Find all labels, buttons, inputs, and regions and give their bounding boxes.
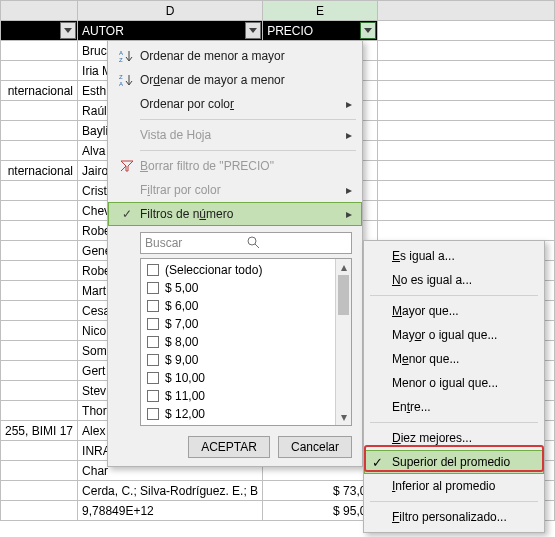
list-item[interactable]: $ 6,00: [141, 297, 351, 315]
cancel-button[interactable]: Cancelar: [278, 436, 352, 458]
cell[interactable]: [1, 461, 78, 481]
search-icon: [246, 235, 347, 252]
checkbox[interactable]: [147, 282, 159, 294]
cell[interactable]: [378, 121, 555, 141]
cell[interactable]: [1, 341, 78, 361]
scrollbar[interactable]: ▴ ▾: [335, 259, 351, 425]
cell[interactable]: [378, 81, 555, 101]
scroll-up-icon[interactable]: ▴: [336, 259, 351, 275]
filter-dropdown-autor[interactable]: [245, 22, 261, 39]
list-item-label: $ 5,00: [165, 281, 198, 295]
cell[interactable]: nternacional: [1, 81, 78, 101]
cell[interactable]: [1, 201, 78, 221]
list-item[interactable]: $ 5,00: [141, 279, 351, 297]
col-letter-e[interactable]: E: [263, 1, 378, 21]
scroll-thumb[interactable]: [338, 275, 349, 315]
svg-line-6: [255, 244, 259, 248]
filter-equals[interactable]: Es igual a...: [364, 244, 544, 268]
cell[interactable]: [1, 221, 78, 241]
filter-menu: AZ Ordenar de menor a mayor ZA Ordenar d…: [107, 40, 363, 467]
filter-between[interactable]: Entre...: [364, 395, 544, 419]
checkbox[interactable]: [147, 318, 159, 330]
check-icon: ✓: [114, 207, 140, 221]
cell[interactable]: 255, BIMI 17: [1, 421, 78, 441]
cell[interactable]: [1, 181, 78, 201]
cell[interactable]: [378, 221, 555, 241]
cell[interactable]: [1, 381, 78, 401]
list-item[interactable]: $ 10,00: [141, 369, 351, 387]
svg-text:A: A: [119, 81, 123, 87]
cell[interactable]: [1, 481, 78, 501]
cell[interactable]: 9,78849E+12: [78, 501, 263, 521]
cell[interactable]: [1, 241, 78, 261]
list-item[interactable]: $ 9,00: [141, 351, 351, 369]
list-item-label: $ 9,00: [165, 353, 198, 367]
header-precio: PRECIO: [267, 24, 313, 38]
cell[interactable]: [1, 141, 78, 161]
list-item[interactable]: (Seleccionar todo): [141, 261, 351, 279]
svg-line-4: [121, 166, 126, 171]
checkbox[interactable]: [147, 354, 159, 366]
number-filters[interactable]: ✓ Filtros de número ▸: [108, 202, 362, 226]
filter-greater-eq[interactable]: Mayor o igual que...: [364, 323, 544, 347]
cell[interactable]: [1, 101, 78, 121]
cell[interactable]: [378, 181, 555, 201]
accept-button[interactable]: ACEPTAR: [188, 436, 270, 458]
filter-dropdown-c[interactable]: [60, 22, 76, 39]
cell[interactable]: [378, 141, 555, 161]
filter-values-list[interactable]: (Seleccionar todo)$ 5,00$ 6,00$ 7,00$ 8,…: [140, 258, 352, 426]
filter-above-avg[interactable]: ✓ Superior del promedio: [364, 450, 544, 474]
cell[interactable]: [1, 361, 78, 381]
sheet-view: Vista de Hoja ▸: [108, 123, 362, 147]
list-item[interactable]: $ 7,00: [141, 315, 351, 333]
col-letter-c[interactable]: [1, 1, 78, 21]
filter-custom[interactable]: Filtro personalizado...: [364, 505, 544, 529]
cell[interactable]: [1, 261, 78, 281]
cell[interactable]: [1, 501, 78, 521]
search-input[interactable]: Buscar: [140, 232, 352, 254]
cell[interactable]: $ 73,00: [263, 481, 378, 501]
cell[interactable]: [378, 61, 555, 81]
col-letter-d[interactable]: D: [78, 1, 263, 21]
sort-desc-icon: ZA: [114, 73, 140, 87]
checkbox[interactable]: [147, 264, 159, 276]
filter-less[interactable]: Menor que...: [364, 347, 544, 371]
cell[interactable]: [378, 161, 555, 181]
col-letter-blank[interactable]: [378, 1, 555, 21]
sort-desc[interactable]: ZA Ordenar de mayor a menor: [108, 68, 362, 92]
cell[interactable]: [1, 41, 78, 61]
filter-below-avg[interactable]: Inferior al promedio: [364, 474, 544, 498]
cell[interactable]: $ 95,00: [263, 501, 378, 521]
filter-greater[interactable]: Mayor que...: [364, 299, 544, 323]
cell[interactable]: Cerda, C.; Silva-Rodríguez. E.; B: [78, 481, 263, 501]
cell[interactable]: nternacional: [1, 161, 78, 181]
checkbox[interactable]: [147, 300, 159, 312]
list-item-label: $ 8,00: [165, 335, 198, 349]
filter-top10[interactable]: Diez mejores...: [364, 426, 544, 450]
cell[interactable]: [1, 321, 78, 341]
cell[interactable]: [1, 121, 78, 141]
checkbox[interactable]: [147, 336, 159, 348]
filter-not-equals[interactable]: No es igual a...: [364, 268, 544, 292]
chevron-right-icon: ▸: [342, 97, 352, 111]
sort-asc[interactable]: AZ Ordenar de menor a mayor: [108, 44, 362, 68]
column-letter-row: D E: [1, 1, 555, 21]
cell[interactable]: [1, 281, 78, 301]
checkbox[interactable]: [147, 372, 159, 384]
cell[interactable]: [1, 441, 78, 461]
filter-less-eq[interactable]: Menor o igual que...: [364, 371, 544, 395]
sort-by-color[interactable]: Ordenar por color ▸: [108, 92, 362, 116]
cell[interactable]: [1, 401, 78, 421]
list-item[interactable]: $ 11,00: [141, 387, 351, 405]
list-item[interactable]: $ 12,00: [141, 405, 351, 423]
scroll-down-icon[interactable]: ▾: [336, 409, 351, 425]
list-item[interactable]: $ 8,00: [141, 333, 351, 351]
checkbox[interactable]: [147, 408, 159, 420]
cell[interactable]: [378, 201, 555, 221]
checkbox[interactable]: [147, 390, 159, 402]
filter-dropdown-precio[interactable]: [360, 22, 376, 39]
cell[interactable]: [378, 101, 555, 121]
cell[interactable]: [378, 41, 555, 61]
cell[interactable]: [1, 301, 78, 321]
cell[interactable]: [1, 61, 78, 81]
